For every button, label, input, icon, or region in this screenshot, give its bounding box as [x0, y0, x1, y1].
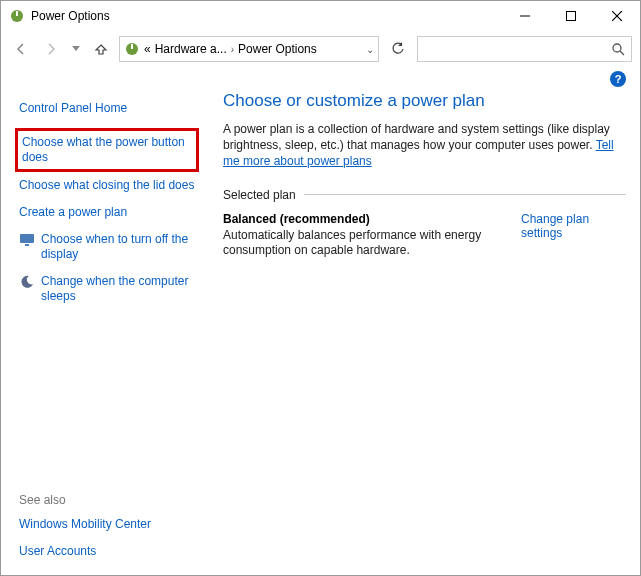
selected-plan-text: Selected plan	[223, 188, 296, 202]
plan-name: Balanced (recommended)	[223, 212, 521, 226]
turn-off-display-link[interactable]: Choose when to turn off the display	[41, 232, 195, 262]
svg-rect-11	[25, 244, 29, 246]
svg-rect-1	[16, 11, 18, 16]
close-lid-link[interactable]: Choose what closing the lid does	[15, 172, 199, 199]
search-icon[interactable]	[611, 42, 625, 56]
change-plan-settings-link[interactable]: Change plan settings	[521, 212, 626, 240]
breadcrumb-power-options[interactable]: Power Options	[238, 42, 317, 56]
svg-point-8	[613, 44, 621, 52]
search-box[interactable]	[417, 36, 632, 62]
main-panel: Choose or customize a power plan A power…	[203, 87, 640, 573]
plan-description: Automatically balances performance with …	[223, 228, 521, 259]
divider	[304, 194, 626, 195]
chevron-down-icon[interactable]: ⌄	[366, 44, 374, 55]
forward-button[interactable]	[39, 37, 63, 61]
help-icon[interactable]: ?	[610, 71, 626, 87]
power-options-icon	[9, 8, 25, 24]
breadcrumb-hardware[interactable]: Hardware a...	[155, 42, 227, 56]
page-heading: Choose or customize a power plan	[223, 91, 626, 111]
close-button[interactable]	[594, 1, 640, 31]
monitor-icon	[19, 232, 35, 248]
sidebar: Control Panel Home Choose what the power…	[1, 87, 203, 573]
mobility-center-link[interactable]: Windows Mobility Center	[15, 511, 199, 538]
recent-dropdown[interactable]	[69, 37, 83, 61]
refresh-button[interactable]	[385, 36, 411, 62]
page-description: A power plan is a collection of hardware…	[223, 121, 626, 170]
up-button[interactable]	[89, 37, 113, 61]
computer-sleeps-link[interactable]: Change when the computer sleeps	[41, 274, 195, 304]
create-plan-link[interactable]: Create a power plan	[15, 199, 199, 226]
control-panel-home-link[interactable]: Control Panel Home	[15, 95, 199, 122]
chevron-right-icon: ›	[231, 44, 234, 55]
svg-rect-10	[20, 234, 34, 243]
power-options-icon	[124, 41, 140, 57]
svg-rect-3	[567, 12, 576, 21]
address-breadcrumb[interactable]: « Hardware a... › Power Options ⌄	[119, 36, 379, 62]
user-accounts-link[interactable]: User Accounts	[15, 538, 199, 565]
window-title: Power Options	[31, 9, 502, 23]
moon-icon	[19, 274, 35, 290]
nav-toolbar: « Hardware a... › Power Options ⌄	[1, 31, 640, 67]
svg-rect-7	[131, 44, 133, 49]
highlighted-link-box: Choose what the power button does	[15, 128, 199, 172]
help-row: ?	[1, 67, 640, 87]
computer-sleeps-item: Change when the computer sleeps	[15, 268, 199, 310]
see-also-label: See also	[15, 489, 199, 511]
titlebar: Power Options	[1, 1, 640, 31]
minimize-button[interactable]	[502, 1, 548, 31]
back-button[interactable]	[9, 37, 33, 61]
power-button-link[interactable]: Choose what the power button does	[22, 135, 192, 165]
maximize-button[interactable]	[548, 1, 594, 31]
plan-row: Balanced (recommended) Automatically bal…	[223, 212, 626, 259]
breadcrumb-overflow[interactable]: «	[144, 42, 151, 56]
svg-line-9	[620, 51, 624, 55]
search-input[interactable]	[424, 42, 611, 56]
description-text: A power plan is a collection of hardware…	[223, 122, 610, 152]
turn-off-display-item: Choose when to turn off the display	[15, 226, 199, 268]
selected-plan-label: Selected plan	[223, 188, 626, 202]
